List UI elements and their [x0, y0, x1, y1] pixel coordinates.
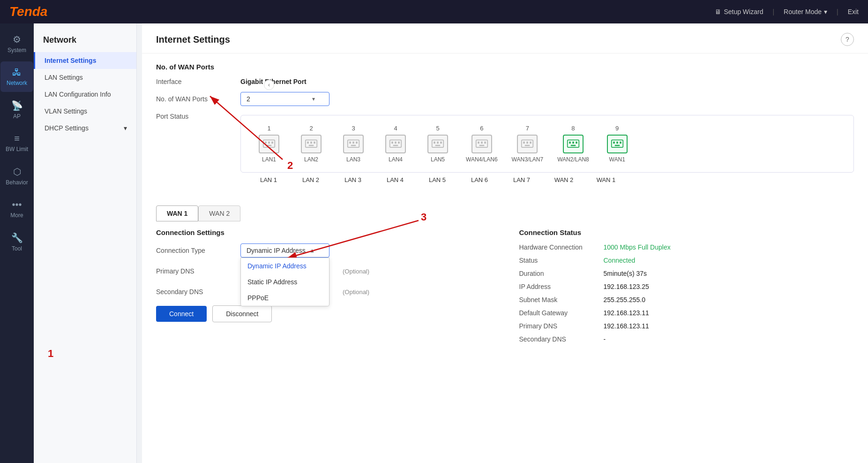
page-title: Internet Settings	[156, 34, 230, 45]
duration-value: 5minute(s) 37s	[604, 270, 647, 277]
svg-rect-13	[314, 142, 315, 144]
ap-icon: 📡	[11, 100, 23, 111]
connect-button[interactable]: Connect	[156, 306, 207, 322]
main-layout: ⚙ System 🖧 Network 📡 AP ≡ BW Limit ⬡ Beh…	[0, 23, 868, 463]
more-icon: •••	[12, 199, 22, 210]
connection-type-select-wrapper: Dynamic IP Address ▲ Dynamic IP Address …	[240, 243, 329, 258]
connection-two-col: Connection Settings Connection Type Dyna…	[156, 228, 854, 349]
svg-rect-41	[569, 142, 571, 144]
port-icon-6	[471, 135, 492, 153]
svg-rect-37	[527, 142, 529, 144]
exit-btn[interactable]: Exit	[848, 8, 859, 15]
status-secondary-dns-value: -	[604, 335, 606, 343]
connection-settings-col: Connection Settings Connection Type Dyna…	[156, 228, 491, 349]
bottom-label-4: LAN 4	[381, 176, 409, 183]
wan-ports-section: No. of WAN Ports Interface Gigabit Ether…	[142, 53, 868, 203]
sidebar-item-internet-settings[interactable]: Internet Settings	[34, 52, 136, 69]
dropdown-option-pppoe[interactable]: PPPoE	[241, 290, 329, 306]
wan-ports-row: No. of WAN Ports 2 ▾	[156, 92, 854, 106]
svg-rect-39	[525, 145, 530, 146]
svg-rect-43	[576, 142, 577, 144]
svg-rect-48	[620, 142, 621, 144]
ip-address-label: IP Address	[519, 283, 594, 290]
annotation-1: 1	[48, 348, 53, 360]
sidebar: Network Internet Settings LAN Settings L…	[34, 23, 137, 463]
svg-rect-8	[271, 142, 273, 144]
svg-rect-22	[395, 142, 397, 144]
default-gateway-label: Default Gateway	[519, 309, 594, 317]
svg-rect-18	[356, 142, 358, 144]
svg-rect-34	[479, 145, 485, 146]
nav-item-behavior[interactable]: ⬡ Behavior	[0, 160, 33, 191]
status-primary-dns-label: Primary DNS	[519, 322, 594, 330]
sidebar-item-dhcp-settings[interactable]: DHCP Settings ▾	[34, 120, 136, 137]
chevron-right-icon: ▾	[124, 124, 127, 132]
nav-item-bw-limit[interactable]: ≡ BW Limit	[0, 128, 33, 158]
chevron-down-icon: ▾	[824, 8, 827, 15]
buttons-row: Connect Disconnect	[156, 305, 491, 322]
wan-ports-select[interactable]: 2 ▾	[240, 92, 329, 106]
duration-label: Duration	[519, 270, 594, 277]
port-icon-9	[607, 135, 628, 153]
nav-item-more[interactable]: ••• More	[0, 194, 33, 224]
port-item-1: 1 LAN1	[255, 125, 283, 163]
nav-item-tool[interactable]: 🔧 Tool	[0, 227, 33, 258]
interface-row: Interface Gigabit Ethernet Port	[156, 78, 854, 85]
svg-rect-9	[267, 145, 272, 146]
status-secondary-dns-label: Secondary DNS	[519, 335, 594, 343]
svg-rect-12	[310, 142, 312, 144]
svg-rect-36	[524, 142, 525, 144]
chevron-left-icon: ‹	[268, 82, 270, 88]
svg-rect-29	[435, 145, 441, 146]
tab-wan1[interactable]: WAN 1	[156, 205, 198, 221]
wan-ports-select-wrapper: 2 ▾	[240, 92, 329, 106]
dropdown-option-static[interactable]: Static IP Address	[241, 274, 329, 290]
connection-status-title: Connection Status	[519, 228, 854, 236]
connection-type-dropdown: Dynamic IP Address Static IP Address PPP…	[240, 258, 329, 306]
sidebar-item-lan-config-info[interactable]: LAN Configuration Info	[34, 86, 136, 103]
svg-rect-28	[440, 142, 442, 144]
logo: Tenda	[9, 4, 47, 19]
content-header: Internet Settings ?	[142, 23, 868, 53]
bottom-label-9: WAN 1	[592, 176, 620, 183]
svg-rect-38	[530, 142, 532, 144]
status-label: Status	[519, 257, 594, 264]
port-item-3: 3 LAN3	[339, 125, 367, 163]
port-icon-5	[427, 135, 448, 153]
nav-item-network[interactable]: 🖧 Network	[0, 61, 33, 92]
connection-type-select[interactable]: Dynamic IP Address ▲	[240, 243, 329, 258]
bottom-label-8: WAN 2	[550, 176, 578, 183]
tool-icon: 🔧	[11, 232, 23, 243]
subnet-mask-label: Subnet Mask	[519, 296, 594, 304]
setup-wizard-btn[interactable]: 🖥 Setup Wizard	[715, 8, 763, 15]
disconnect-button[interactable]: Disconnect	[212, 305, 272, 322]
tabs-section: WAN 1 WAN 2 Connection Settings Connecti…	[142, 205, 868, 353]
tab-wan2[interactable]: WAN 2	[198, 205, 240, 221]
tabs-container: WAN 1 WAN 2	[156, 205, 854, 221]
port-item-5: 5 LAN5	[424, 125, 452, 163]
ip-address-value: 192.168.123.25	[604, 283, 649, 290]
nav-item-system[interactable]: ⚙ System	[0, 28, 33, 59]
port-item-7: 7 WAN3/LAN7	[512, 125, 544, 163]
svg-rect-31	[478, 142, 479, 144]
router-mode-btn[interactable]: Router Mode ▾	[784, 8, 827, 15]
svg-rect-46	[613, 142, 615, 144]
nav-item-ap[interactable]: 📡 AP	[0, 94, 33, 125]
help-icon-btn[interactable]: ?	[841, 33, 854, 46]
topbar-right: 🖥 Setup Wizard | Router Mode ▾ | Exit	[715, 8, 859, 15]
topbar: Tenda 🖥 Setup Wizard | Router Mode ▾ | E…	[0, 0, 868, 23]
port-status-row: Port Status 1 LAN1 2	[156, 113, 854, 187]
bottom-label-3: LAN 3	[339, 176, 367, 183]
dropdown-option-dynamic[interactable]: Dynamic IP Address	[241, 258, 329, 274]
svg-rect-14	[309, 145, 314, 146]
svg-rect-6	[265, 142, 267, 144]
collapse-sidebar-btn[interactable]: ‹	[264, 80, 274, 90]
system-icon: ⚙	[13, 34, 21, 45]
port-icon-1	[259, 135, 279, 153]
sidebar-item-vlan-settings[interactable]: VLAN Settings	[34, 103, 136, 120]
hardware-connection-value: 1000 Mbps Full Duplex	[604, 243, 671, 251]
bottom-label-5: LAN 5	[423, 176, 451, 183]
sidebar-item-lan-settings[interactable]: LAN Settings	[34, 69, 136, 86]
secondary-dns-label: Secondary DNS	[156, 288, 231, 296]
hardware-connection-label: Hardware Connection	[519, 243, 594, 251]
